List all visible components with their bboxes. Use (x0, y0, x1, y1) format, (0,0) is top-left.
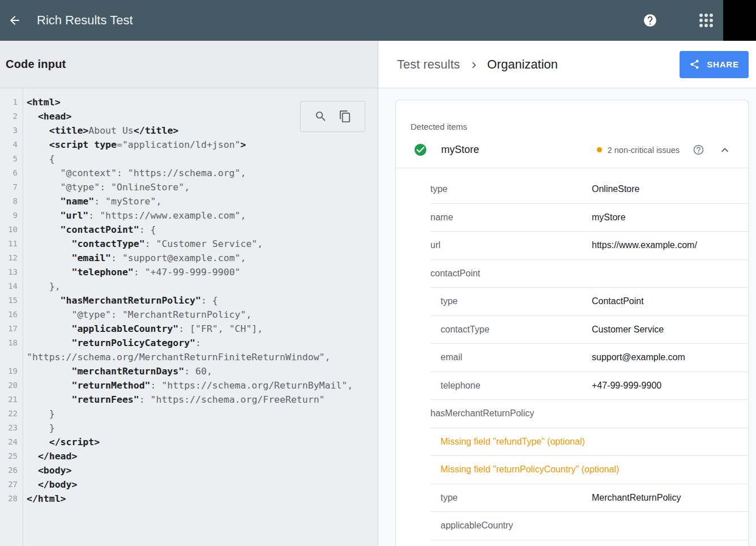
code-text: "returnMethod": "https://schema.org/Retu… (23, 378, 353, 393)
property-table: typeOnlineStorenamemyStoreurlhttps://www… (430, 168, 748, 540)
breadcrumb-organization: Organization (487, 57, 558, 72)
item-issues-summary: 2 non-critical issues (597, 143, 732, 157)
line-number: 9 (0, 208, 23, 223)
code-text: "https://schema.org/MerchantReturnFinite… (23, 350, 330, 364)
item-name: myStore (441, 144, 479, 156)
code-text: "returnFees": "https://schema.org/FreeRe… (23, 393, 325, 407)
property-row: namemyStore (430, 204, 748, 232)
property-row: applicableCountry (430, 512, 748, 540)
main-split: Code input 1<html>2 <head>3 <title>About… (0, 41, 756, 546)
code-input-header: Code input (0, 41, 378, 88)
detected-item-mystore[interactable]: myStore 2 non-critical issues (396, 132, 748, 168)
issues-count-text: 2 non-critical issues (608, 146, 680, 155)
property-key: applicableCountry (430, 521, 592, 531)
code-line: 10 "contactPoint": { (0, 223, 378, 237)
code-text: "contactPoint": { (23, 223, 156, 237)
code-line: 7 "@type": "OnlineStore", (0, 180, 378, 194)
app-topbar: Rich Results Test (0, 0, 756, 41)
property-value: myStore (592, 212, 626, 223)
property-value: support@example.com (592, 352, 685, 362)
warning-row[interactable]: Missing field "returnPolicyCountry" (opt… (430, 456, 748, 484)
code-text: </head> (23, 449, 77, 463)
code-editor[interactable]: 1<html>2 <head>3 <title>About Us</title>… (0, 88, 378, 546)
line-number: 8 (0, 194, 23, 208)
code-line: 9 "url": "https://www.example.com", (0, 208, 378, 223)
line-number: 12 (0, 251, 23, 265)
property-row: urlhttps://www.example.com/ (430, 232, 748, 260)
detected-items-label: Detected items (396, 100, 748, 131)
code-line: 26 <body> (0, 463, 378, 477)
breadcrumb-test-results[interactable]: Test results (397, 57, 460, 72)
code-line: 28</html> (0, 492, 378, 506)
code-line: 11 "contactType": "Customer Service", (0, 237, 378, 251)
chevron-right-icon (468, 59, 480, 71)
code-line: 20 "returnMethod": "https://schema.org/R… (0, 378, 378, 393)
line-number: 10 (0, 223, 23, 237)
share-button-label: SHARE (707, 59, 739, 69)
property-key: contactType (430, 325, 592, 335)
line-number: 11 (0, 237, 23, 251)
line-number: 17 (0, 322, 23, 336)
code-input-title: Code input (6, 58, 66, 71)
line-number: 20 (0, 378, 23, 393)
property-row: typeMerchantReturnPolicy (430, 484, 748, 513)
property-key: hasMerchantReturnPolicy (430, 408, 592, 419)
line-number: 1 (0, 95, 23, 109)
line-number: 25 (0, 449, 23, 463)
property-row: contactTypeCustomer Service (430, 316, 748, 344)
search-icon[interactable] (314, 110, 327, 123)
issue-dot-icon (597, 147, 602, 152)
property-key: contactPoint (430, 268, 592, 279)
code-line: 14 }, (0, 279, 378, 293)
property-value: https://www.example.com/ (592, 240, 697, 250)
property-key: email (430, 352, 592, 362)
property-value: Customer Service (592, 325, 664, 335)
code-text: </script> (23, 435, 100, 449)
code-lines: 1<html>2 <head>3 <title>About Us</title>… (0, 95, 378, 506)
back-arrow-icon[interactable] (8, 14, 22, 27)
property-row: typeOnlineStore (430, 176, 748, 204)
code-input-panel: Code input 1<html>2 <head>3 <title>About… (0, 41, 378, 546)
code-line: 19 "merchantReturnDays": 60, (0, 364, 378, 378)
line-number: 6 (0, 166, 23, 180)
line-number: 18 (0, 336, 23, 350)
property-key: type (430, 184, 592, 194)
property-row: hasMerchantReturnPolicy (430, 400, 748, 428)
property-key: telephone (430, 381, 592, 391)
gutter-divider (23, 88, 23, 546)
line-number: 15 (0, 293, 23, 308)
code-line: 24 </script> (0, 435, 378, 449)
line-number: 26 (0, 463, 23, 477)
property-value: MerchantReturnPolicy (592, 493, 681, 503)
chevron-up-icon[interactable] (718, 143, 732, 157)
code-text: "@type": "OnlineStore", (23, 180, 190, 194)
line-number: 3 (0, 123, 23, 138)
code-line: 4 <script type="application/ld+json"> (0, 138, 378, 152)
detected-items-card: Detected items myStore 2 non-critical is… (395, 100, 749, 546)
code-line: 21 "returnFees": "https://schema.org/Fre… (0, 393, 378, 407)
code-text: "url": "https://www.example.com", (23, 208, 246, 223)
code-line: 17 "applicableCountry": ["FR", "CH"], (0, 322, 378, 336)
apps-grid-icon[interactable] (699, 13, 714, 28)
share-button[interactable]: SHARE (680, 51, 749, 78)
code-line: 12 "email": "support@example.com", (0, 251, 378, 265)
code-text: "merchantReturnDays": 60, (23, 364, 212, 378)
line-number: 16 (0, 308, 23, 322)
warning-row[interactable]: Missing field "refundType" (optional) (430, 428, 748, 457)
code-text: <script type="application/ld+json"> (23, 138, 246, 152)
property-row: typeContactPoint (430, 288, 748, 316)
warning-text: Missing field "returnPolicyCountry" (opt… (430, 464, 619, 475)
help-icon[interactable] (643, 13, 657, 28)
results-panel: Test results Organization SHARE Detected… (378, 41, 756, 546)
property-value: OnlineStore (592, 184, 640, 194)
line-number: 4 (0, 138, 23, 152)
line-number (0, 350, 23, 364)
code-text: } (23, 421, 55, 435)
code-text: "name": "myStore", (23, 194, 161, 208)
copy-icon[interactable] (339, 110, 352, 123)
code-line: 18 "returnPolicyCategory": (0, 336, 378, 350)
code-text: }, (23, 279, 61, 293)
code-text: "email": "support@example.com", (23, 251, 246, 265)
help-outline-icon[interactable] (693, 144, 704, 156)
app-title: Rich Results Test (37, 13, 133, 28)
